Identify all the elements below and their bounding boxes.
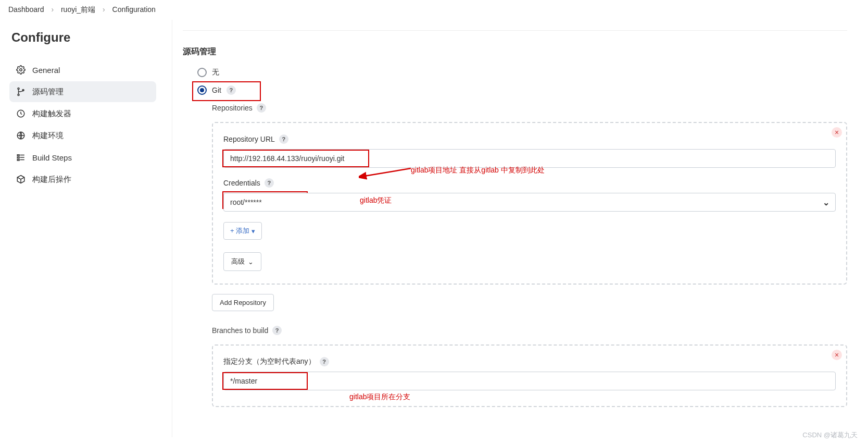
sidebar-item-label: 构建后操作 [32, 175, 71, 184]
branch-spec-label: 指定分支（为空时代表any） ? [223, 357, 836, 366]
chevron-right-icon: › [51, 5, 54, 14]
add-repository-button[interactable]: Add Repository [212, 294, 274, 311]
branches-label: Branches to build ? [212, 326, 847, 335]
branch-icon [16, 87, 26, 97]
add-credential-button[interactable]: + 添加 ▾ [223, 222, 262, 240]
repository-group: × Repository URL ? gitlab项目地址 直接从gitlab … [212, 122, 847, 285]
help-icon[interactable]: ? [279, 134, 288, 144]
sidebar: Configure General 源码管理 构建触发器 构建环境 [0, 20, 161, 437]
main-content: 源码管理 无 Git ? Repositories ? × [172, 20, 868, 437]
svg-line-9 [364, 168, 411, 176]
breadcrumb: Dashboard › ruoyi_前端 › Configuration [0, 0, 868, 20]
radio-git[interactable]: Git ? [183, 85, 847, 95]
advanced-button[interactable]: 高级 ⌄ [223, 252, 261, 271]
repo-url-input[interactable] [223, 149, 836, 168]
svg-point-0 [20, 69, 22, 71]
help-icon[interactable]: ? [227, 85, 236, 95]
branch-spec-input[interactable] [223, 372, 836, 390]
radio-none[interactable]: 无 [183, 68, 847, 77]
breadcrumb-dashboard[interactable]: Dashboard [8, 5, 44, 14]
breadcrumb-project[interactable]: ruoyi_前端 [61, 5, 95, 14]
help-icon[interactable]: ? [265, 178, 274, 188]
page-title: Configure [9, 30, 156, 45]
repo-url-label: Repository URL ? [223, 134, 836, 144]
annotation-text: gitlab项目所在分支 [349, 392, 410, 402]
radio-label: 无 [212, 68, 219, 77]
sidebar-item-label: General [32, 66, 60, 75]
annotation-text: gitlab项目地址 直接从gitlab 中复制到此处 [411, 166, 545, 175]
watermark: CSDN @诸葛九天 [802, 430, 858, 437]
breadcrumb-configuration[interactable]: Configuration [112, 5, 156, 14]
help-icon[interactable]: ? [272, 326, 282, 335]
help-icon[interactable]: ? [257, 103, 266, 113]
sidebar-item-scm[interactable]: 源码管理 [9, 81, 156, 102]
sidebar-item-triggers[interactable]: 构建触发器 [9, 103, 156, 124]
credentials-label: Credentials ? [223, 178, 836, 188]
svg-point-2 [18, 94, 19, 96]
annotation-text: gitlab凭证 [360, 196, 392, 205]
sidebar-item-environment[interactable]: 构建环境 [9, 125, 156, 146]
svg-point-1 [18, 88, 19, 90]
package-icon [16, 174, 26, 184]
sidebar-item-label: 构建环境 [32, 131, 64, 141]
globe-icon [16, 130, 26, 141]
svg-rect-6 [17, 155, 19, 156]
svg-rect-7 [17, 157, 19, 158]
clock-icon [16, 108, 26, 119]
sidebar-item-label: Build Steps [32, 153, 72, 162]
repositories-label: Repositories ? [212, 103, 847, 113]
branch-group: × 指定分支（为空时代表any） ? gitlab项目所在分支 [212, 344, 847, 407]
sidebar-item-label: 源码管理 [32, 87, 64, 97]
gear-icon [16, 65, 26, 75]
credentials-select[interactable]: root/****** [223, 193, 836, 212]
sidebar-item-post-build[interactable]: 构建后操作 [9, 169, 156, 190]
caret-down-icon: ▾ [251, 227, 255, 235]
chevron-right-icon: › [103, 5, 105, 14]
radio-label: Git [212, 86, 221, 94]
chevron-down-icon: ⌄ [248, 258, 254, 266]
chevron-down-icon: ⌄ [823, 198, 829, 207]
svg-rect-8 [17, 159, 19, 161]
sidebar-item-build-steps[interactable]: Build Steps [9, 147, 156, 168]
sidebar-item-general[interactable]: General [9, 59, 156, 80]
radio-icon [197, 85, 207, 95]
section-title: 源码管理 [183, 46, 847, 57]
help-icon[interactable]: ? [320, 357, 329, 366]
radio-icon [197, 68, 207, 77]
sidebar-item-label: 构建触发器 [32, 109, 71, 119]
steps-icon [16, 152, 26, 163]
